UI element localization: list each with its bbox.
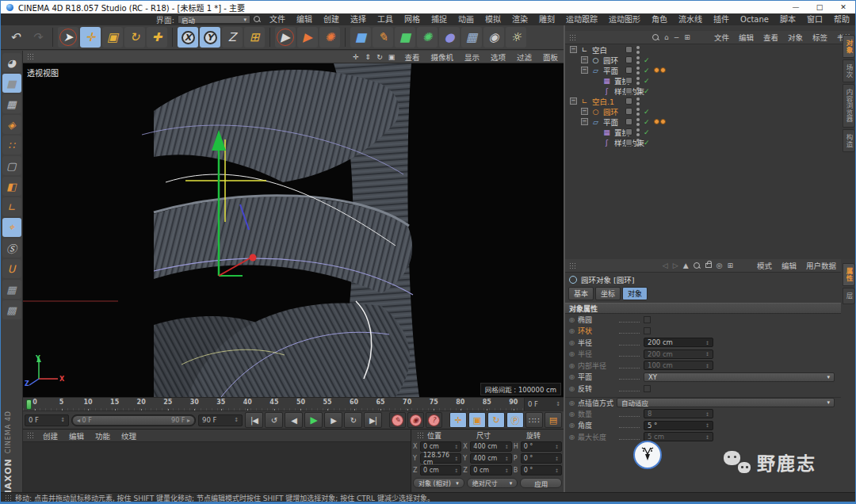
menu-item[interactable]: 创建 xyxy=(318,13,345,25)
goto-end-button[interactable]: ▶| xyxy=(364,412,382,428)
size-z-input[interactable]: 0 cm xyxy=(470,465,511,475)
redo-icon[interactable]: ↷ xyxy=(27,27,48,48)
menu-item[interactable]: 文件 xyxy=(264,13,291,25)
material-menu-item[interactable]: 功能 xyxy=(90,430,116,441)
viewport-menu-item[interactable]: 过滤 xyxy=(511,52,537,63)
menu-item[interactable]: 脚本 xyxy=(774,13,801,25)
enable-check-icon[interactable] xyxy=(644,77,652,85)
scale-icon[interactable]: ▣ xyxy=(102,27,123,48)
key-position-button[interactable]: ✛ xyxy=(449,412,467,428)
om-search-icon[interactable] xyxy=(652,34,659,41)
prev-key-button[interactable]: ↺ xyxy=(265,412,283,428)
layer-swatch[interactable] xyxy=(625,128,632,136)
expand-toggle-icon[interactable]: − xyxy=(570,97,577,105)
object-manager-menu-item[interactable]: 对象 xyxy=(783,32,808,43)
magnet-snap-icon[interactable]: U xyxy=(2,259,21,278)
attribute-tab[interactable]: 坐标 xyxy=(595,287,621,300)
position-x-input[interactable]: 0 cm xyxy=(420,441,461,452)
live-selection-icon[interactable]: ➤ xyxy=(58,27,78,48)
enable-check-icon[interactable] xyxy=(644,108,652,116)
keyframe-bullet-icon[interactable] xyxy=(569,385,578,392)
menu-item[interactable]: 窗口 xyxy=(801,13,828,25)
enable-check-icon[interactable] xyxy=(644,67,652,74)
expand-toggle-icon[interactable]: − xyxy=(581,67,588,74)
expand-toggle-icon[interactable]: − xyxy=(581,108,588,115)
object-label[interactable]: 空白.1 xyxy=(592,96,640,107)
minimize-button[interactable]: — xyxy=(784,1,808,13)
position-y-input[interactable]: 128.576 cm xyxy=(420,453,461,464)
enable-snap-icon[interactable]: Ⓢ xyxy=(2,239,21,258)
target-icon[interactable]: ◎ xyxy=(717,262,723,269)
menu-item[interactable]: 插件 xyxy=(708,13,735,25)
rotate-view-icon[interactable]: ↻ xyxy=(374,52,384,62)
timeline-scrubber[interactable]: 0 F 90 F xyxy=(71,414,196,426)
quantize-icon[interactable]: ▩ xyxy=(2,300,21,319)
enable-check-icon[interactable] xyxy=(644,118,652,126)
points-mode-icon[interactable]: ∷ xyxy=(2,136,21,155)
next-key-button[interactable]: ↻ xyxy=(344,412,362,428)
panel-side-tab[interactable]: 属性 xyxy=(843,263,855,286)
object-manager-menu-item[interactable]: 查看 xyxy=(759,32,783,43)
expand-toggle-icon[interactable]: − xyxy=(570,46,577,53)
attribute-input[interactable]: 100 cm xyxy=(644,361,713,370)
keyframe-bullet-icon[interactable] xyxy=(569,362,578,369)
attribute-select[interactable]: XY xyxy=(644,372,835,382)
menu-item[interactable]: 模拟 xyxy=(480,13,506,25)
apply-button[interactable]: 应用 xyxy=(520,478,562,488)
visibility-dots-icon[interactable] xyxy=(636,128,640,136)
scrub-range[interactable]: 0 F 90 F xyxy=(73,416,194,425)
move-icon[interactable]: ✛ xyxy=(80,27,101,48)
attribute-tab[interactable]: 基本 xyxy=(568,287,594,300)
enable-axis-icon[interactable]: ∟ xyxy=(2,197,21,216)
rotation-h-input[interactable]: 0 ° xyxy=(521,441,562,452)
keyframe-bullet-icon[interactable] xyxy=(569,316,578,323)
polygons-mode-icon[interactable]: ◧ xyxy=(2,177,21,196)
playhead[interactable] xyxy=(26,399,32,410)
make-editable-icon[interactable]: ◕ xyxy=(2,53,21,72)
layer-swatch[interactable] xyxy=(625,97,632,105)
panel-side-tab[interactable]: 内容浏览器 xyxy=(843,84,855,128)
keyframe-bullet-icon[interactable] xyxy=(569,422,578,429)
interface-select[interactable]: 启动 xyxy=(178,15,250,24)
attribute-menu-item[interactable]: 模式 xyxy=(752,260,777,271)
layer-swatch[interactable] xyxy=(625,77,632,84)
history-forward-icon[interactable]: ▷ xyxy=(673,262,678,269)
current-frame-box[interactable]: 0 F xyxy=(524,398,564,410)
layer-swatch[interactable] xyxy=(625,56,632,63)
light-icon[interactable]: ☼ xyxy=(506,27,526,48)
visibility-dots-icon[interactable] xyxy=(636,108,640,116)
start-frame-spinner[interactable]: 0 F xyxy=(25,414,69,426)
lock-workplane-icon[interactable]: ▦ xyxy=(2,280,21,299)
layer-swatch[interactable] xyxy=(625,46,632,53)
panel-side-tab[interactable]: 层 xyxy=(843,288,855,304)
visibility-dots-icon[interactable] xyxy=(636,139,640,147)
timeline-ruler[interactable]: 051015202530354045505560657075808590 0 F xyxy=(23,397,564,410)
tree-row[interactable]: − ▱ 平面 xyxy=(565,65,856,75)
edges-mode-icon[interactable]: ▢ xyxy=(2,156,21,175)
viewport-solo-icon[interactable]: ⌖ xyxy=(2,218,21,237)
tree-row[interactable]: − ○ 圆环 xyxy=(565,55,856,65)
panel-grip-icon[interactable] xyxy=(569,34,577,41)
autokey-button[interactable]: ◉ xyxy=(407,412,424,428)
keyframe-bullet-icon[interactable] xyxy=(569,350,578,357)
new-panel-icon[interactable]: ⊞ xyxy=(727,262,733,269)
attribute-tab[interactable]: 对象 xyxy=(622,287,648,300)
goto-start-button[interactable]: |◀ xyxy=(245,412,263,428)
keyframe-bullet-icon[interactable] xyxy=(569,433,578,441)
key-rotation-button[interactable]: ↻ xyxy=(487,412,505,428)
z-axis-lock-icon[interactable]: Z xyxy=(222,27,243,48)
tag-dots-icon[interactable] xyxy=(654,119,666,124)
material-menu-item[interactable]: 纹理 xyxy=(116,430,142,441)
model-mode-icon[interactable]: ■ xyxy=(2,74,21,93)
om-home-icon[interactable]: ⌂ xyxy=(664,33,669,41)
position-z-input[interactable]: 0 cm xyxy=(420,465,461,475)
x-axis-lock-icon[interactable]: X xyxy=(178,27,198,48)
panel-side-tab[interactable]: 构造 xyxy=(843,129,855,152)
tag-dots-icon[interactable] xyxy=(654,67,666,73)
menu-item[interactable]: 运动跟踪 xyxy=(560,13,603,25)
next-frame-button[interactable]: ▶ xyxy=(324,412,342,428)
last-tool-icon[interactable]: ✚ xyxy=(147,27,167,48)
tree-row[interactable]: − ▱ 平面 xyxy=(565,116,856,127)
visibility-dots-icon[interactable] xyxy=(636,67,640,74)
attribute-menu-item[interactable]: 编辑 xyxy=(777,260,801,271)
